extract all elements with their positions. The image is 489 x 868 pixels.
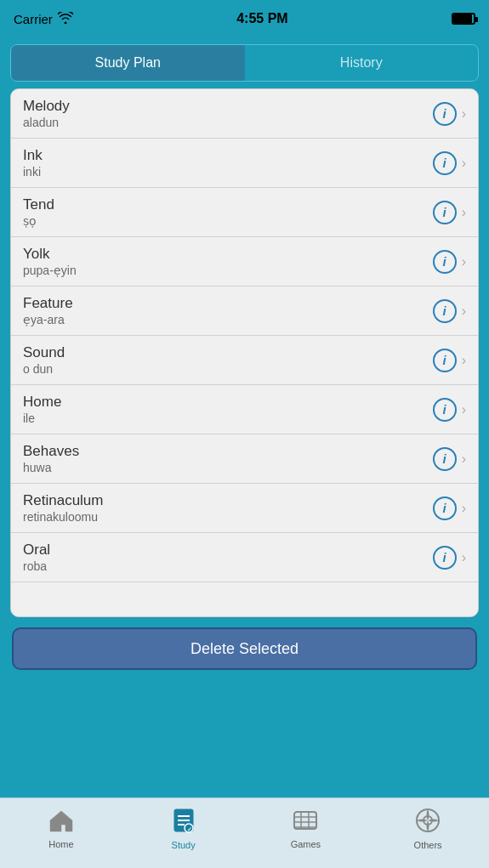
carrier-text: Carrier [14,12,53,26]
list-item-actions: i › [433,398,466,422]
tab-bar-games[interactable]: Games [245,808,367,849]
list-item[interactable]: Retinaculum retinakuloomu i › [11,484,478,533]
info-button[interactable]: i [433,201,457,224]
tab-bar: Home ✓ Study Gam [0,797,489,868]
list-item-primary: Behaves [23,443,433,460]
list-item-actions: i › [433,102,466,126]
list-item-text: Yolk pupa-ẹyin [23,246,433,277]
tab-history[interactable]: History [245,45,479,81]
tab-bar-home[interactable]: Home [0,808,122,849]
status-time: 4:55 PM [236,11,287,26]
wifi-icon [58,12,73,26]
list-item[interactable]: Ink inki i › [11,139,478,188]
delete-selected-button[interactable]: Delete Selected [12,627,477,670]
games-tab-label: Games [291,839,321,849]
info-button[interactable]: i [433,496,457,520]
list-item-secondary: retinakuloomu [23,510,433,524]
list-item-secondary: ẹya-ara [23,313,433,326]
list-item[interactable]: Home ile i › [11,385,478,434]
chevron-right-icon: › [462,550,466,565]
list-item-primary: Tend [23,196,433,213]
list-item-text: Ink inki [23,147,433,179]
chevron-right-icon: › [462,402,466,417]
history-label: History [340,55,383,71]
info-button[interactable]: i [433,299,457,323]
list-item-actions: i › [433,201,466,224]
info-button[interactable]: i [433,151,457,175]
info-button[interactable]: i [433,447,457,471]
list-item-text: Sound o dun [23,344,433,376]
info-button[interactable]: i [433,546,457,570]
list-item[interactable]: Tend ṣọ i › [11,188,478,237]
list-item-primary: Retinaculum [23,492,433,509]
list-item-text: Retinaculum retinakuloomu [23,492,433,524]
home-tab-label: Home [48,839,73,849]
list-item-secondary: pupa-ẹyin [23,264,433,277]
list-item-actions: i › [433,299,466,323]
tab-bar-others[interactable]: Others [367,808,489,850]
study-icon: ✓ [171,808,196,837]
list-item-actions: i › [433,349,466,372]
list-item[interactable]: Yolk pupa-ẹyin i › [11,237,478,286]
list-item[interactable]: Melody aladun i › [11,89,478,139]
list-item-text: Feature ẹya-ara [23,295,433,326]
chevron-right-icon: › [462,254,466,269]
list-item[interactable]: Feature ẹya-ara i › [11,286,478,336]
tab-study-plan[interactable]: Study Plan [11,45,245,81]
list-item-primary: Melody [23,98,433,115]
word-list: Melody aladun i › Ink inki i › Tend ṣọ i [10,88,479,617]
list-item-secondary: huwa [23,461,433,474]
status-carrier: Carrier [14,12,73,26]
home-icon [48,808,74,837]
games-icon [293,808,318,837]
list-item-actions: i › [433,546,466,570]
info-button[interactable]: i [433,349,457,372]
study-plan-label: Study Plan [95,55,161,71]
status-bar: Carrier 4:55 PM [0,0,489,37]
list-item-primary: Yolk [23,246,433,263]
svg-text:✓: ✓ [186,826,191,832]
study-tab-label: Study [172,840,196,850]
info-button[interactable]: i [433,250,457,274]
list-item-secondary: o dun [23,362,433,376]
others-icon [415,808,441,837]
list-item-primary: Feature [23,295,433,312]
list-item-secondary: ṣọ [23,214,433,228]
list-item-primary: Sound [23,344,433,361]
list-item-actions: i › [433,496,466,520]
list-item-text: Home ile [23,394,433,425]
chevron-right-icon: › [462,501,466,516]
chevron-right-icon: › [462,304,466,319]
list-item-text: Tend ṣọ [23,196,433,228]
list-item-text: Melody aladun [23,98,433,129]
list-item-secondary: ile [23,411,433,425]
chevron-right-icon: › [462,106,466,122]
info-button[interactable]: i [433,398,457,422]
svg-rect-7 [294,812,316,829]
battery-icon [452,13,475,25]
list-item-text: Oral roba [23,542,433,573]
list-item-actions: i › [433,250,466,274]
chevron-right-icon: › [462,156,466,171]
segment-control[interactable]: Study Plan History [10,44,479,82]
list-item-primary: Home [23,394,433,411]
others-tab-label: Others [414,840,442,850]
status-battery [452,13,475,25]
list-item[interactable]: Oral roba i › [11,533,478,582]
list-item-secondary: aladun [23,116,433,129]
list-item-secondary: inki [23,165,433,179]
chevron-right-icon: › [462,205,466,220]
list-item[interactable]: Behaves huwa i › [11,434,478,484]
list-item-text: Behaves huwa [23,443,433,474]
list-item-actions: i › [433,447,466,471]
list-item-secondary: roba [23,559,433,573]
list-item-primary: Oral [23,542,433,559]
list-item[interactable]: Sound o dun i › [11,336,478,385]
list-item-primary: Ink [23,147,433,164]
tab-bar-study[interactable]: ✓ Study [122,808,245,850]
chevron-right-icon: › [462,451,466,467]
delete-button-label: Delete Selected [190,640,299,658]
list-item-actions: i › [433,151,466,175]
chevron-right-icon: › [462,353,466,368]
info-button[interactable]: i [433,102,457,126]
